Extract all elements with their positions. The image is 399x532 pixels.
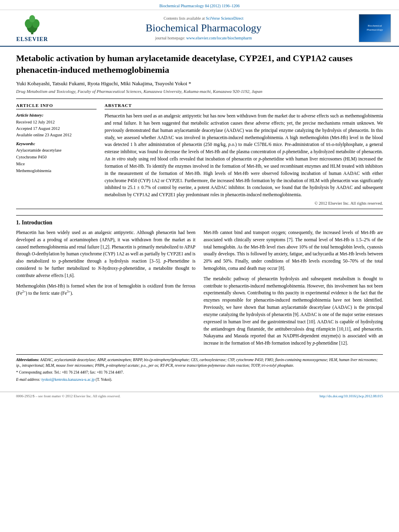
received-date: Received 12 July 2012	[16, 119, 97, 125]
banner: ELSEVIER Contents lists available at Sci…	[0, 10, 399, 47]
email-link[interactable]: tyokoi@kenroku.kanazawa-u.ac.jp	[41, 378, 95, 382]
bottom-bar: 0006-2952/$ – see front matter © 2012 El…	[0, 392, 399, 400]
keyword-2: Cytochrome P450	[16, 154, 97, 161]
keyword-3: Mice	[16, 161, 97, 168]
right-col-abstract: ABSTRACT Phenacetin has been used as an …	[105, 103, 383, 205]
intro-col2: Met-Hb cannot bind and transport oxygen;…	[204, 229, 383, 350]
issn-text: 0006-2952/$ – see front matter © 2012 El…	[16, 394, 121, 398]
elsevier-label: ELSEVIER	[16, 36, 48, 43]
elsevier-logo: ELSEVIER	[16, 13, 48, 43]
intro-p2: Methemoglobin (Met-Hb) is formed when th…	[16, 283, 195, 297]
banner-left: ELSEVIER	[8, 13, 56, 43]
keywords-label: Keywords:	[16, 141, 97, 146]
intro-body: Phenacetin has been widely used as an an…	[16, 229, 383, 350]
copyright-line: © 2012 Elsevier Inc. All rights reserved…	[105, 201, 383, 205]
article-info-abstract: ARTICLE INFO Article history: Received 1…	[16, 103, 383, 205]
intro-p4: The metabolic pathway of phenacetin hydr…	[204, 275, 383, 347]
intro-title-text: Introduction	[22, 220, 52, 226]
intro-p3: Met-Hb cannot bind and transport oxygen;…	[204, 229, 383, 272]
authors: Yuki Kobayashi, Tatsuki Fukami, Ryota Hi…	[16, 80, 383, 87]
divider-2	[16, 209, 383, 209]
intro-p1: Phenacetin has been widely used as an an…	[16, 229, 195, 279]
sciverse-link[interactable]: SciVerse ScienceDirect	[206, 16, 244, 21]
introduction-section: 1. Introduction Phenacetin has been wide…	[16, 215, 383, 350]
intro-col1: Phenacetin has been widely used as an an…	[16, 229, 195, 350]
abstract-text: Phenacetin has been used as an analgesic…	[105, 113, 383, 199]
footnote-text: Abbreviations: AADAC, arylacetamide deac…	[16, 357, 383, 382]
banner-center: Contents lists available at SciVerse Sci…	[56, 16, 351, 40]
journal-ref: Biochemical Pharmacology 84 (2012) 1196–…	[159, 4, 240, 8]
left-col-info: ARTICLE INFO Article history: Received 1…	[16, 103, 97, 205]
accepted-date: Accepted 17 August 2012	[16, 125, 97, 132]
keyword-1: Arylacetamide deacetylase	[16, 147, 97, 154]
abstract-header: ABSTRACT	[105, 103, 383, 109]
article-content: Metabolic activation by human arylacetam…	[0, 47, 399, 390]
doi-link[interactable]: http://dx.doi.org/10.1016/j.bcp.2012.08.…	[319, 394, 383, 398]
journal-title-banner: Biochemical Pharmacology	[56, 22, 351, 34]
history-label: Article history:	[16, 113, 97, 117]
banner-right: BiochemicalPharmacology	[351, 14, 391, 42]
journal-cover-text: BiochemicalPharmacology	[366, 23, 384, 33]
footnote-section: Abbreviations: AADAC, arylacetamide deac…	[16, 354, 383, 382]
affiliation: Drug Metabolism and Toxicology, Faculty …	[16, 89, 383, 94]
svg-point-4	[29, 15, 35, 23]
journal-cover: BiochemicalPharmacology	[359, 14, 391, 42]
available-date: Available online 23 August 2012	[16, 132, 97, 138]
divider-1	[16, 99, 383, 99]
keyword-4: Methemoglobinemia	[16, 168, 97, 175]
article-title: Metabolic activation by human arylacetam…	[16, 53, 383, 76]
page-container: Biochemical Pharmacology 84 (2012) 1196–…	[0, 0, 399, 400]
intro-title: 1. Introduction	[16, 220, 383, 226]
elsevier-tree-icon	[22, 13, 42, 35]
top-header: Biochemical Pharmacology 84 (2012) 1196–…	[0, 0, 399, 10]
journal-homepage: journal homepage: www.elsevier.com/locat…	[56, 36, 351, 40]
author-list: Yuki Kobayashi, Tatsuki Fukami, Ryota Hi…	[16, 80, 191, 86]
journal-homepage-link[interactable]: www.elsevier.com/locate/biochempharm	[186, 36, 252, 40]
sciverse-line: Contents lists available at SciVerse Sci…	[56, 16, 351, 21]
article-info-header: ARTICLE INFO	[16, 103, 97, 109]
